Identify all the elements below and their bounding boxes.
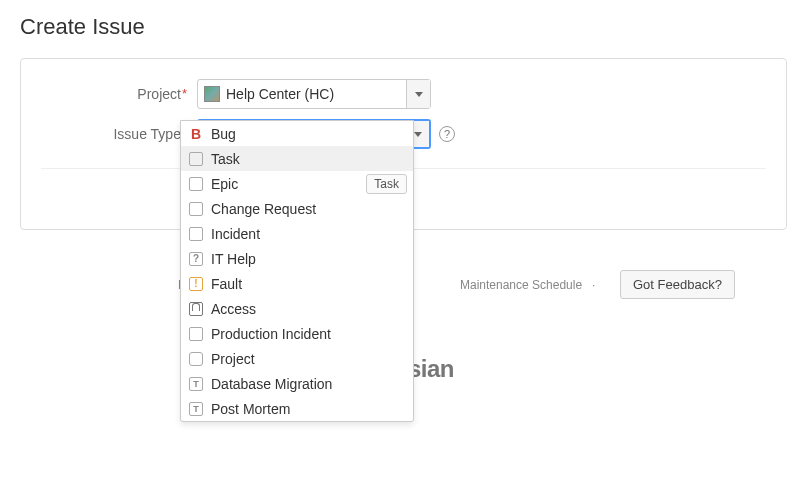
issuetype-icon <box>189 227 203 241</box>
project-label: Project* <box>41 86 191 102</box>
issue-type-option-label: IT Help <box>211 251 256 267</box>
project-avatar-icon <box>204 86 220 102</box>
tooltip: Task <box>366 174 407 194</box>
project-select-caret[interactable] <box>406 80 430 108</box>
issue-type-option-label: Bug <box>211 126 236 142</box>
issue-type-option[interactable]: Task <box>181 146 413 171</box>
project-select[interactable]: Help Center (HC) <box>197 79 431 109</box>
issue-type-dropdown: BBugTaskEpicTaskChange RequestIncidentIT… <box>180 120 414 270</box>
chevron-down-icon <box>415 92 423 97</box>
ithelp-icon <box>189 252 203 266</box>
issuetype-icon <box>189 152 203 166</box>
issue-type-option-label: Incident <box>211 226 260 242</box>
help-icon[interactable]: ? <box>439 126 455 142</box>
project-row: Project* Help Center (HC) <box>41 79 766 109</box>
issue-type-option[interactable]: Change Request <box>181 196 413 221</box>
issue-type-option-label: Change Request <box>211 201 316 217</box>
issue-type-option-label: Epic <box>211 176 238 192</box>
issue-type-option[interactable]: BBug <box>181 121 413 146</box>
issuetype-icon <box>189 177 203 191</box>
required-star-icon: * <box>182 86 187 101</box>
bug-icon: B <box>189 127 203 141</box>
project-select-value: Help Center (HC) <box>226 86 334 102</box>
issue-type-option[interactable]: Incident <box>181 221 413 246</box>
issue-type-option-label: Task <box>211 151 240 167</box>
issue-type-option[interactable]: EpicTask <box>181 171 413 196</box>
issuetype-icon <box>189 202 203 216</box>
issue-type-option[interactable]: IT Help <box>181 246 413 270</box>
chevron-down-icon <box>414 132 422 137</box>
page-title: Create Issue <box>20 14 787 40</box>
issue-type-label: Issue Type* <box>41 126 191 142</box>
